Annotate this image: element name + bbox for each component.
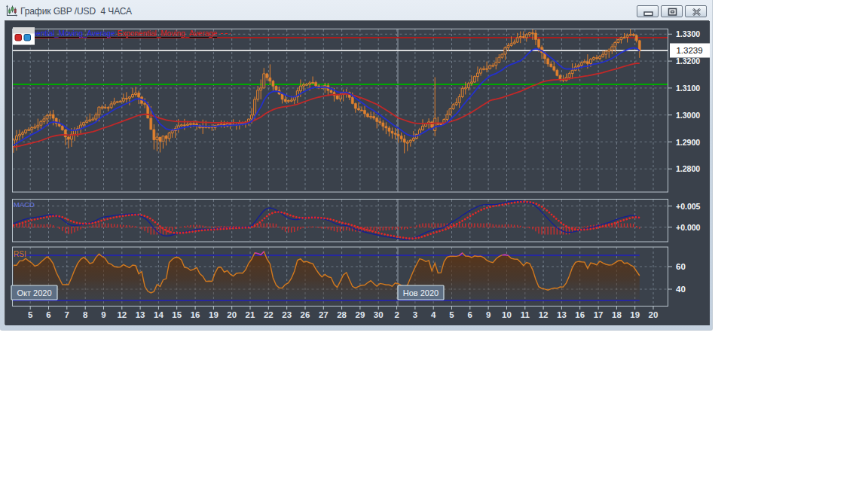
- svg-text:60: 60: [676, 262, 686, 271]
- svg-text:16: 16: [191, 310, 200, 319]
- svg-text:10: 10: [502, 310, 512, 319]
- svg-text:9: 9: [101, 310, 105, 319]
- svg-text:27: 27: [319, 310, 329, 319]
- svg-text:18: 18: [612, 310, 622, 319]
- svg-text:13: 13: [136, 310, 145, 319]
- svg-text:17: 17: [594, 310, 604, 319]
- svg-text:1.3000: 1.3000: [676, 111, 700, 120]
- svg-text:1.2900: 1.2900: [676, 138, 700, 147]
- svg-text:20: 20: [227, 310, 237, 319]
- svg-text:1.3239: 1.3239: [676, 46, 702, 55]
- svg-text:40: 40: [676, 285, 686, 294]
- svg-text:13: 13: [557, 310, 567, 319]
- svg-text:Нов 2020: Нов 2020: [403, 288, 439, 297]
- svg-text:26: 26: [301, 310, 310, 319]
- svg-text:16: 16: [575, 310, 585, 319]
- svg-text:19: 19: [630, 310, 640, 319]
- svg-text:14: 14: [154, 310, 164, 319]
- svg-text:1.3100: 1.3100: [676, 84, 700, 93]
- svg-text:29: 29: [356, 310, 365, 319]
- svg-text:6: 6: [468, 310, 472, 319]
- svg-text:22: 22: [264, 310, 274, 319]
- svg-text:3: 3: [413, 310, 417, 319]
- svg-text:30: 30: [374, 310, 384, 319]
- svg-text:21: 21: [246, 310, 255, 319]
- svg-text:20: 20: [649, 310, 659, 319]
- svg-text:Exponential_Moving_Average:Exp: Exponential_Moving_Average:Exponential_M…: [15, 29, 218, 38]
- svg-text:RSI: RSI: [14, 250, 26, 258]
- svg-text:5: 5: [28, 310, 33, 319]
- svg-text:2: 2: [394, 310, 399, 319]
- svg-text:11: 11: [521, 310, 530, 319]
- svg-text:12: 12: [539, 310, 549, 319]
- svg-text:28: 28: [337, 310, 347, 319]
- svg-text:5: 5: [449, 310, 454, 319]
- svg-text:12: 12: [117, 310, 127, 319]
- svg-text:1.3200: 1.3200: [676, 56, 700, 66]
- svg-text:4: 4: [431, 310, 436, 319]
- svg-text:7: 7: [65, 310, 69, 319]
- svg-text:MACD: MACD: [14, 200, 35, 209]
- svg-text:1.2800: 1.2800: [676, 164, 700, 173]
- svg-text:1.3300: 1.3300: [676, 29, 700, 38]
- svg-text:+0.005: +0.005: [676, 202, 701, 211]
- svg-text:23: 23: [282, 310, 292, 319]
- svg-text:15: 15: [172, 310, 182, 319]
- svg-text:+0.000: +0.000: [676, 223, 701, 232]
- svg-text:9: 9: [486, 310, 491, 319]
- svg-text:Окт 2020: Окт 2020: [17, 288, 51, 297]
- svg-text:6: 6: [46, 310, 50, 319]
- svg-text:8: 8: [83, 310, 88, 319]
- svg-text:19: 19: [209, 310, 219, 319]
